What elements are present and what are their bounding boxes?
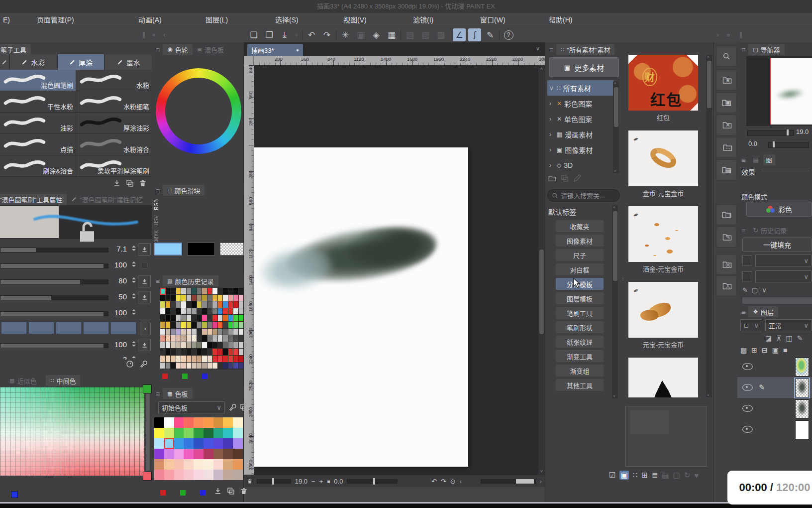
pressure-button[interactable]	[138, 243, 151, 255]
history-swatch[interactable]	[187, 363, 192, 370]
palette-wrench-icon[interactable]	[229, 403, 237, 411]
scroll-down-icon[interactable]: ˅	[613, 394, 615, 398]
history-swatch[interactable]	[166, 329, 171, 336]
toolbar-icon[interactable]: ❐	[263, 28, 276, 41]
canvas-hscrollbar[interactable]	[481, 479, 536, 484]
tab-close-icon[interactable]: ●	[296, 47, 299, 53]
scroll-thumb[interactable]	[707, 61, 711, 108]
history-swatch[interactable]	[192, 335, 197, 342]
toolbar-icon[interactable]: ↷	[320, 28, 333, 41]
layer-thumbnail[interactable]	[795, 358, 809, 377]
history-swatch[interactable]	[239, 356, 244, 363]
material-thumbnail[interactable]: ✒ 财 红包	[628, 55, 698, 111]
tree-item[interactable]: › ▦ 漫画素材	[547, 127, 614, 142]
camera-folder-button[interactable]: ◎	[716, 254, 737, 275]
add-color-icon[interactable]	[227, 487, 235, 495]
history-swatch[interactable]	[166, 288, 171, 295]
palette-swatch[interactable]	[194, 428, 203, 438]
palette-swatch[interactable]	[164, 459, 174, 470]
history-swatch[interactable]	[239, 315, 244, 322]
history-swatch[interactable]	[212, 301, 218, 308]
palette-swatch[interactable]	[174, 459, 184, 470]
history-swatch[interactable]	[166, 342, 171, 349]
scroll-down-icon[interactable]: ˅	[707, 393, 710, 397]
history-swatch[interactable]	[197, 335, 203, 342]
history-swatch[interactable]	[181, 301, 187, 308]
fill-tool-row[interactable]: ✎▢∨	[742, 286, 812, 294]
toolbar-icon[interactable]: ▦	[385, 28, 398, 41]
history-swatch[interactable]	[228, 322, 234, 329]
tag-button[interactable]: 渐变组	[556, 365, 604, 377]
frame-folder-button[interactable]: ▢	[716, 204, 737, 225]
zoom-out-icon[interactable]: −	[311, 478, 315, 485]
history-swatch[interactable]	[223, 301, 228, 308]
palette-swatch[interactable]	[174, 428, 184, 438]
more-materials-button[interactable]: ▣ 更多素材	[549, 57, 619, 77]
history-swatch[interactable]	[197, 288, 203, 295]
history-swatch[interactable]	[223, 363, 228, 370]
palette-swatch[interactable]	[174, 417, 184, 428]
ref-icon[interactable]: ✎	[797, 334, 803, 342]
history-swatch[interactable]	[160, 315, 166, 322]
effect-icon-tab[interactable]: 图	[763, 154, 775, 165]
history-swatch[interactable]	[239, 322, 244, 329]
history-swatch[interactable]	[212, 349, 218, 356]
scroll-thumb[interactable]	[539, 250, 544, 334]
history-swatch[interactable]	[233, 356, 239, 363]
history-swatch[interactable]	[202, 315, 207, 322]
palette-swatch[interactable]	[203, 470, 213, 480]
intermediate-color-tab[interactable]: ∷中间色	[46, 375, 80, 386]
history-swatch[interactable]	[160, 308, 166, 315]
toolbar-icon[interactable]: ?	[502, 28, 515, 41]
layer-row[interactable]: ✎	[737, 377, 812, 398]
palette-swatch[interactable]	[223, 470, 233, 480]
duplicate-icon[interactable]	[126, 179, 134, 187]
history-swatch[interactable]	[207, 356, 213, 363]
segmented-row[interactable]: ›	[0, 322, 152, 337]
history-swatch[interactable]	[207, 301, 213, 308]
palette-swatch[interactable]	[233, 470, 243, 480]
history-swatch[interactable]	[181, 315, 187, 322]
brush-item[interactable]: 水粉溶合	[76, 134, 152, 155]
layer-row[interactable]: ✎	[737, 356, 812, 377]
history-swatch[interactable]	[239, 288, 244, 295]
intermediate-color-grid[interactable]	[0, 387, 144, 476]
history-swatch[interactable]	[197, 301, 203, 308]
history-swatch[interactable]	[187, 356, 192, 363]
palette-swatch[interactable]	[174, 470, 184, 480]
lock-icon[interactable]: ◫	[786, 334, 792, 342]
history-swatch[interactable]	[187, 315, 192, 322]
layer-mini-dropdown[interactable]: ▢∨	[740, 319, 762, 331]
partial-row[interactable]: 2	[0, 353, 152, 360]
material-card[interactable]: ✒ 财 红包 金币-元宝金币	[628, 130, 698, 197]
history-swatch[interactable]	[187, 322, 192, 329]
history-swatch[interactable]	[192, 288, 197, 295]
history-swatch[interactable]	[187, 342, 192, 349]
pressure-button[interactable]	[138, 291, 151, 303]
collapse-icon[interactable]: ‹	[460, 478, 462, 485]
document-tab[interactable]: 插画33* ●	[247, 44, 303, 56]
footer-icon[interactable]: ▣	[619, 471, 628, 480]
history-swatch[interactable]	[239, 301, 244, 308]
rotation-slider[interactable]	[347, 479, 398, 484]
tab-watercolor[interactable]: 水彩	[10, 54, 57, 70]
history-swatch[interactable]	[228, 308, 234, 315]
history-swatch[interactable]	[192, 322, 197, 329]
palette-swatch[interactable]	[213, 459, 223, 470]
history-swatch[interactable]	[192, 356, 197, 363]
history-swatch[interactable]	[233, 363, 239, 370]
palette-swatch[interactable]	[154, 417, 164, 428]
history-swatch[interactable]	[160, 356, 166, 363]
toolbar-icon[interactable]	[450, 30, 450, 40]
red-dot[interactable]	[160, 490, 166, 496]
subtool-panel-tab[interactable]: 笔子工具	[0, 44, 31, 55]
history-swatch[interactable]	[207, 308, 213, 315]
history-swatch[interactable]	[181, 335, 187, 342]
history-swatch[interactable]	[218, 329, 223, 336]
sub-color-swatch[interactable]	[187, 243, 215, 255]
brush-item[interactable]: 油彩	[0, 113, 76, 133]
history-swatch[interactable]	[171, 308, 176, 315]
history-swatch[interactable]	[202, 356, 207, 363]
brush-item[interactable]: 柔软平滑厚涂笔刷	[76, 155, 152, 176]
history-swatch[interactable]	[223, 349, 228, 356]
